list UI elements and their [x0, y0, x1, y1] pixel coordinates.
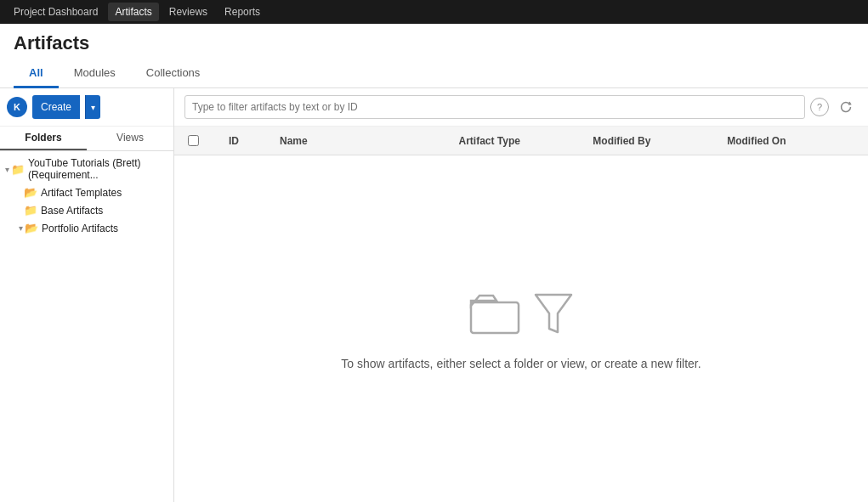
tree-item-label: Base Artifacts [41, 205, 103, 217]
tab-bar: All Modules Collections [14, 59, 854, 87]
tab-modules[interactable]: Modules [59, 59, 131, 88]
topbar: Project Dashboard Artifacts Reviews Repo… [0, 0, 868, 24]
col-modified-by: Modified By [593, 135, 727, 147]
tree-item-label: YouTube Tutorials (Brett) (Requirement..… [28, 157, 168, 181]
nav-reviews[interactable]: Reviews [162, 3, 214, 21]
filter-clear-button[interactable] [834, 95, 858, 119]
chevron-down-icon: ▾ [91, 103, 95, 112]
folder-yellow-icon: 📂 [24, 186, 37, 199]
page-title: Artifacts [14, 32, 854, 54]
sidebar: K Create ▾ Folders Views ▾ 📁 YouTube Tut… [0, 88, 174, 502]
col-id: ID [229, 135, 280, 147]
col-modified-on: Modified On [727, 135, 861, 147]
tree-item-artifact-templates[interactable]: 📂 Artifact Templates [0, 183, 173, 201]
col-artifact-type: Artifact Type [458, 135, 593, 147]
nav-artifacts[interactable]: Artifacts [108, 3, 158, 21]
nav-project-dashboard[interactable]: Project Dashboard [7, 3, 105, 21]
tab-all[interactable]: All [14, 59, 59, 88]
tree-item-base-artifacts[interactable]: 📁 Base Artifacts [0, 201, 173, 219]
main-area: ? ID Name Artifact Type Modified By Modi… [174, 88, 868, 502]
empty-state-icons [469, 290, 573, 343]
filter-row: ? [174, 88, 868, 127]
sidebar-tab-views[interactable]: Views [87, 127, 173, 150]
create-button[interactable]: Create [32, 95, 80, 119]
expand-icon: ▾ [5, 165, 9, 174]
svg-rect-0 [471, 302, 519, 333]
create-dropdown-button[interactable]: ▾ [85, 95, 100, 119]
empty-state-message: To show artifacts, either select a folde… [341, 357, 701, 370]
sidebar-toolbar: K Create ▾ [0, 88, 173, 127]
page-header: Artifacts All Modules Collections [0, 24, 868, 88]
folder-special-icon: 📁 [24, 204, 37, 217]
folder-icon: 📁 [11, 163, 25, 176]
filter-icon [534, 291, 573, 342]
folder-tree: ▾ 📁 YouTube Tutorials (Brett) (Requireme… [0, 151, 173, 502]
select-all-checkbox[interactable] [188, 135, 199, 146]
sidebar-tab-bar: Folders Views [0, 127, 173, 151]
refresh-icon [838, 99, 854, 115]
content-area: K Create ▾ Folders Views ▾ 📁 YouTube Tut… [0, 88, 868, 502]
col-name: Name [280, 135, 458, 147]
nav-reports[interactable]: Reports [218, 3, 267, 21]
filter-help-button[interactable]: ? [810, 98, 829, 116]
filter-input[interactable] [184, 95, 805, 119]
tree-item-root[interactable]: ▾ 📁 YouTube Tutorials (Brett) (Requireme… [0, 155, 173, 183]
sidebar-tab-folders[interactable]: Folders [0, 127, 87, 150]
empty-state: To show artifacts, either select a folde… [174, 155, 868, 502]
tree-item-label: Artifact Templates [41, 187, 122, 199]
table-header: ID Name Artifact Type Modified By Modifi… [174, 127, 868, 155]
k-badge: K [7, 97, 27, 117]
tree-item-portfolio-artifacts[interactable]: ▾ 📂 Portfolio Artifacts [0, 219, 173, 237]
folder-empty-icon [469, 290, 520, 343]
svg-marker-1 [536, 295, 571, 332]
tree-item-label: Portfolio Artifacts [42, 223, 118, 234]
folder-yellow-icon: 📂 [25, 222, 38, 234]
tab-collections[interactable]: Collections [131, 59, 216, 88]
expand-icon: ▾ [19, 223, 23, 233]
